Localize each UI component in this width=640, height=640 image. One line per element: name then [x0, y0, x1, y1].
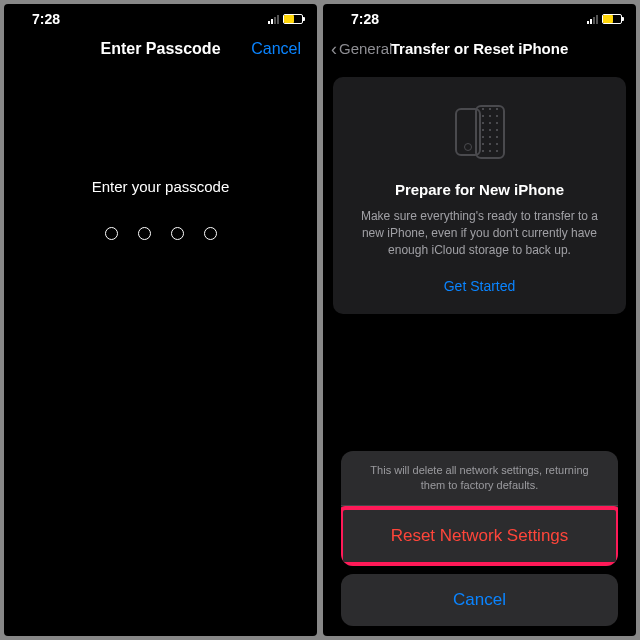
status-time: 7:28: [351, 11, 379, 27]
signal-icon: [268, 14, 279, 24]
page-title: Transfer or Reset iPhone: [391, 40, 569, 57]
passcode-body: Enter your passcode: [4, 68, 317, 636]
action-sheet: This will delete all network settings, r…: [333, 451, 626, 636]
sheet-message: This will delete all network settings, r…: [341, 451, 618, 506]
passcode-dot: [204, 227, 217, 240]
status-time: 7:28: [32, 11, 60, 27]
transfer-body: Prepare for New iPhone Make sure everyth…: [323, 67, 636, 636]
phone-right-transfer-reset: 7:28 ‹ General Transfer or Reset iPhone …: [323, 4, 636, 636]
passcode-dot: [171, 227, 184, 240]
status-bar: 7:28: [4, 4, 317, 30]
battery-icon: [283, 14, 303, 24]
cancel-button[interactable]: Cancel: [341, 574, 618, 626]
cancel-button[interactable]: Cancel: [251, 40, 301, 58]
phone-left-passcode: 7:28 Enter Passcode Cancel Enter your pa…: [4, 4, 317, 636]
passcode-dot: [105, 227, 118, 240]
prepare-card: Prepare for New iPhone Make sure everyth…: [333, 77, 626, 314]
nav-bar: ‹ General Transfer or Reset iPhone: [323, 30, 636, 67]
passcode-prompt: Enter your passcode: [92, 178, 230, 195]
status-icons: [587, 14, 622, 24]
card-description: Make sure everything's ready to transfer…: [349, 208, 610, 258]
nav-bar: Enter Passcode Cancel: [4, 30, 317, 68]
card-title: Prepare for New iPhone: [349, 181, 610, 198]
back-button[interactable]: ‹ General: [331, 40, 392, 58]
signal-icon: [587, 14, 598, 24]
get-started-button[interactable]: Get Started: [349, 278, 610, 294]
back-label: General: [339, 40, 392, 57]
devices-icon: [349, 101, 610, 163]
status-icons: [268, 14, 303, 24]
page-title: Enter Passcode: [100, 40, 220, 58]
reset-network-settings-button[interactable]: Reset Network Settings: [343, 510, 616, 562]
status-bar: 7:28: [323, 4, 636, 30]
sheet-group: This will delete all network settings, r…: [341, 451, 618, 566]
passcode-dot: [138, 227, 151, 240]
passcode-dots[interactable]: [105, 227, 217, 240]
chevron-left-icon: ‹: [331, 40, 337, 58]
battery-icon: [602, 14, 622, 24]
highlight-annotation: Reset Network Settings: [341, 506, 618, 566]
